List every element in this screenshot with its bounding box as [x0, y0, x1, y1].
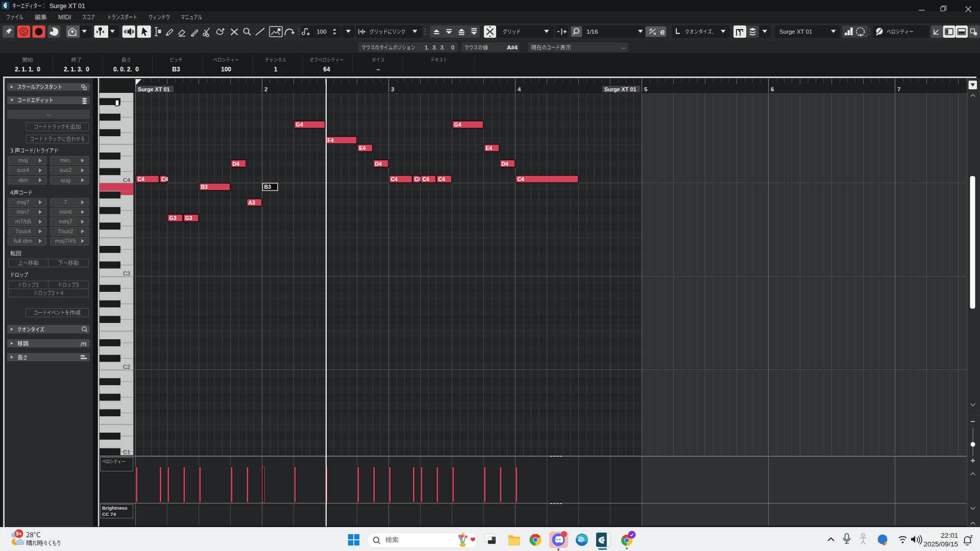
- svg-text:64: 64: [323, 66, 330, 73]
- svg-text:C3: C3: [123, 270, 130, 277]
- svg-text:Surge XT 01: Surge XT 01: [604, 86, 636, 92]
- svg-text:1. 3. 3. 0: 1. 3. 3. 0: [425, 44, 454, 51]
- svg-text:C4: C4: [391, 176, 398, 182]
- svg-text:7sus4: 7sus4: [15, 228, 31, 234]
- svg-text:sus2: sus2: [59, 167, 71, 173]
- svg-text:C4: C4: [138, 176, 145, 182]
- svg-text:2. 1. 3. 0: 2. 1. 3. 0: [64, 66, 89, 73]
- svg-text:22:01: 22:01: [941, 532, 958, 539]
- svg-text:A3: A3: [249, 199, 256, 206]
- svg-text:C4: C4: [518, 176, 525, 182]
- svg-text:min7: min7: [17, 209, 30, 215]
- svg-text:Brightness: Brightness: [102, 505, 128, 511]
- svg-text:B3: B3: [172, 66, 180, 73]
- svg-text:C4: C4: [123, 177, 130, 183]
- svg-text:D4: D4: [375, 161, 382, 167]
- svg-text:aug: aug: [61, 177, 70, 183]
- svg-text:F4: F4: [328, 137, 334, 143]
- svg-text:maj: maj: [18, 157, 28, 163]
- svg-text:C4: C4: [438, 176, 446, 182]
- svg-text:100: 100: [221, 66, 231, 73]
- svg-text:1: 1: [274, 66, 278, 73]
- svg-text:z: z: [970, 534, 973, 539]
- svg-text:7: 7: [897, 86, 900, 92]
- svg-text:e: e: [660, 28, 665, 36]
- svg-text:CC 74: CC 74: [102, 511, 116, 517]
- svg-text:7sus2: 7sus2: [58, 228, 74, 234]
- svg-text:1/16: 1/16: [586, 29, 598, 35]
- svg-text:Surge XT 01: Surge XT 01: [50, 3, 85, 10]
- svg-text:4: 4: [518, 86, 521, 92]
- svg-text:G4: G4: [296, 121, 303, 128]
- svg-text:E4: E4: [359, 145, 366, 151]
- svg-text:sus4: sus4: [17, 167, 30, 173]
- svg-text:S: S: [21, 29, 26, 36]
- svg-text:C4: C4: [161, 176, 168, 182]
- svg-text:minj7: minj7: [59, 218, 72, 224]
- svg-text:A#4: A#4: [507, 44, 518, 51]
- svg-text:C1: C1: [123, 449, 130, 455]
- svg-text:--: --: [46, 111, 51, 117]
- svg-text:7: 7: [64, 199, 67, 205]
- svg-text:C2: C2: [123, 364, 130, 370]
- svg-text:min.: min.: [60, 157, 71, 163]
- svg-text:E4: E4: [486, 145, 493, 151]
- svg-text:D4: D4: [502, 161, 509, 167]
- svg-text:9+: 9+: [16, 531, 22, 537]
- svg-text:MIDI: MIDI: [58, 14, 71, 21]
- svg-text:6: 6: [771, 86, 774, 92]
- svg-text:G4: G4: [454, 121, 461, 128]
- svg-text:maj7: maj7: [17, 199, 30, 205]
- svg-text:B3: B3: [201, 184, 208, 190]
- svg-text:--: --: [622, 44, 626, 51]
- svg-text:100: 100: [316, 29, 326, 35]
- svg-text:Surge XT 01: Surge XT 01: [138, 86, 169, 92]
- svg-text:2025/09/15: 2025/09/15: [923, 540, 958, 548]
- svg-text:2. 1. 1. 0: 2. 1. 1. 0: [15, 66, 40, 73]
- svg-text:min6: min6: [59, 209, 72, 215]
- svg-text:5: 5: [644, 86, 648, 92]
- svg-text:maj7/#5: maj7/#5: [55, 238, 76, 244]
- svg-text:G3: G3: [169, 215, 177, 221]
- svg-text:B3: B3: [264, 184, 272, 190]
- svg-text:dim: dim: [18, 177, 28, 183]
- svg-text:2: 2: [264, 86, 267, 92]
- svg-text:Surge XT 01: Surge XT 01: [779, 29, 812, 35]
- svg-text:3: 3: [391, 86, 394, 92]
- svg-text:D4: D4: [233, 161, 240, 167]
- svg-text:–: –: [377, 66, 380, 73]
- svg-text:C4: C4: [423, 176, 430, 182]
- svg-text:full dim: full dim: [14, 238, 32, 244]
- svg-text:0. 0. 2. 0: 0. 0. 2. 0: [113, 66, 139, 73]
- svg-text:m7/b5: m7/b5: [15, 218, 31, 224]
- svg-text:C4: C4: [414, 176, 422, 182]
- svg-text:G3: G3: [185, 215, 192, 221]
